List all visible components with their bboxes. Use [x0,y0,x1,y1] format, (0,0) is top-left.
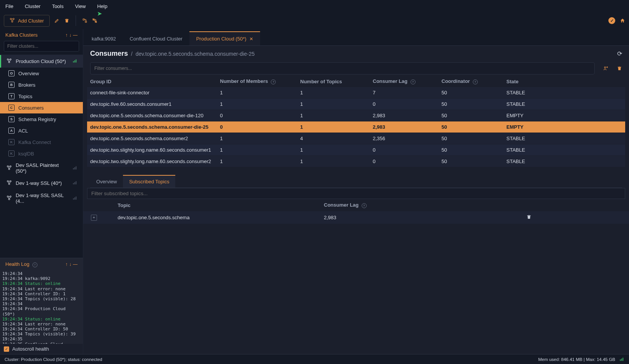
consumer-row[interactable]: dev.topic.two.slighty.long.name.60.secon… [87,156,625,167]
sidebar-item-brokers[interactable]: B Brokers [0,79,83,91]
cell-coordinator: 50 [441,124,506,130]
delete-icon[interactable] [64,18,70,23]
col-topics[interactable]: Number of Topics [300,79,373,84]
svg-point-9 [8,61,10,63]
sidebar-item-acl[interactable]: A ACL [0,125,83,136]
add-cluster-button[interactable]: Add Cluster [4,15,50,27]
filter-clusters-input[interactable] [4,41,79,52]
connect-icon[interactable] [82,18,87,23]
col-group-id[interactable]: Group ID [90,79,220,84]
subtab-overview[interactable]: Overview [90,175,123,188]
cell-state: STABLE [506,147,548,153]
expand-icon[interactable]: + [91,215,97,221]
svg-point-19 [7,181,9,182]
add-cluster-label: Add Cluster [18,18,44,24]
col-coordinator[interactable]: Coordinator ? [441,78,506,84]
cell-state: EMPTY [506,124,548,130]
subtab-subscribed-topics[interactable]: Subscribed Topics [123,175,175,188]
disconnect-icon[interactable] [92,18,97,23]
delete-topic-icon[interactable] [526,214,532,220]
cluster-status-icon [72,180,78,186]
minimize-health-icon[interactable]: — [73,262,78,267]
sidebar-item-consumers[interactable]: C Consumers [0,102,83,113]
cell-topics: 1 [300,124,373,130]
cluster-tab[interactable]: kafka:9092 [85,31,123,45]
menu-cluster[interactable]: Cluster [25,3,40,9]
menu-bar: File Cluster Tools View Help [0,0,629,12]
breadcrumb: Consumers / dev.topic.one.5.seconds.sche… [83,46,629,59]
cluster-tab[interactable]: Confluent Cloud Cluster [123,31,189,45]
col-topic[interactable]: Topic [118,202,324,208]
help-icon[interactable]: ? [411,79,416,84]
svg-point-21 [8,183,10,185]
cluster-item[interactable]: Production Cloud (50*) [0,55,83,68]
svg-point-20 [10,181,11,182]
health-log-lines[interactable]: 19:24:3419:24:34 kafka:909219:24:34 Stat… [0,270,83,344]
cell-group-id: dev.topic.two.slighty.long.name.60.secon… [90,159,220,164]
help-icon[interactable]: ? [473,79,478,84]
health-log-line: 19:24:34 Status: online [2,281,81,286]
col-members[interactable]: Number of Members ? [220,78,300,84]
consumer-row[interactable]: dev.topic.five.60.seconds.consumer1 1 1 … [87,99,625,110]
section-letter-icon: K [8,150,15,157]
status-ok-badge[interactable]: ✓ [608,17,615,24]
menu-help[interactable]: Help [97,3,107,9]
filter-subscribed-input[interactable] [87,188,625,199]
menu-file[interactable]: File [5,3,13,9]
consumer-row[interactable]: dev.topic.one.5.seconds.schema.consumer-… [87,121,625,133]
cell-members: 0 [220,124,300,130]
cell-members: 1 [220,90,300,95]
close-icon[interactable]: ✕ [249,36,253,42]
scroll-up-icon[interactable]: ↑ [65,262,68,267]
sidebar-item-overview[interactable]: O Overview [0,68,83,79]
cluster-tab[interactable]: Production Cloud (50*)✕ [189,31,260,45]
menu-tools[interactable]: Tools [52,3,63,9]
edit-icon[interactable] [54,18,60,23]
health-log-line: 19:24:34 Production Cloud (50*) [2,306,81,316]
delete-consumer-icon[interactable] [617,66,622,71]
scroll-down-icon[interactable]: ↓ [69,262,71,267]
help-icon[interactable]: ? [271,79,276,84]
cluster-icon [6,195,12,202]
home-icon[interactable] [620,18,625,23]
col-lag[interactable]: Consumer Lag ? [373,78,441,84]
clusters-panel-header: Kafka Clusters ↑ ↓ — [0,29,83,41]
toolbar-divider [76,15,76,26]
consumer-row[interactable]: dev.topic.one.5.seconds.schema.consumer-… [87,110,625,121]
minimize-icon[interactable]: — [73,32,78,38]
consumer-row[interactable]: dev.topic.two.slighty.long.name.60.secon… [87,144,625,156]
menu-view[interactable]: View [75,3,86,9]
cluster-icon [10,18,15,24]
sort-up-icon[interactable]: ↑ [65,32,68,38]
mass-actions-icon[interactable] [603,66,608,71]
filter-consumers-input[interactable] [90,62,595,74]
cell-lag: 0 [373,147,441,153]
cluster-item[interactable]: Dev SASL Plaintext (50*) [0,159,83,177]
cluster-icon [6,165,12,171]
cluster-item[interactable]: Dev 1-way SSL (40*) [0,177,83,189]
sort-down-icon[interactable]: ↓ [69,32,71,38]
col-consumer-lag[interactable]: Consumer Lag ? [324,202,526,208]
subscribed-topic-name: dev.topic.one.5.seconds.schema [118,215,324,220]
help-icon[interactable]: ? [32,262,37,267]
col-state[interactable]: State [506,79,548,84]
cell-group-id: dev.topic.two.slighty.long.name.60.secon… [90,147,220,153]
subscribed-table-head: Topic Consumer Lag ? [83,199,629,211]
consumer-row[interactable]: dev.topic.one.5.seconds.schema.consumer2… [87,133,625,144]
cell-state: STABLE [506,90,548,95]
subscribed-row[interactable]: + dev.topic.one.5.seconds.schema 2,983 [83,211,629,224]
cell-group-id: dev.topic.one.5.seconds.schema.consumer-… [90,113,220,118]
cell-coordinator: 50 [441,113,506,118]
refresh-icon[interactable]: ⟳ [617,50,622,57]
sidebar-item-schema-registry[interactable]: S Schema Registry [0,113,83,125]
cell-group-id: connect-file-sink-connector [90,90,220,95]
content-area: kafka:9092Confluent Cloud ClusterProduct… [83,29,629,354]
help-icon[interactable]: ? [362,203,367,208]
cluster-item[interactable]: Dev 1-way SSL SASL (4... [0,189,83,207]
consumer-row[interactable]: connect-file-sink-connector 1 1 7 50 STA… [87,87,625,99]
section-letter-icon: S [8,116,15,122]
autoscroll-checkbox[interactable]: ✓ [4,346,9,352]
health-log-line: 19:24:34 kafka:9092 [2,276,81,281]
sidebar-item-topics[interactable]: T Topics [0,91,83,102]
clusters-list[interactable]: Production Cloud (50*) O OverviewB Broke… [0,55,83,258]
